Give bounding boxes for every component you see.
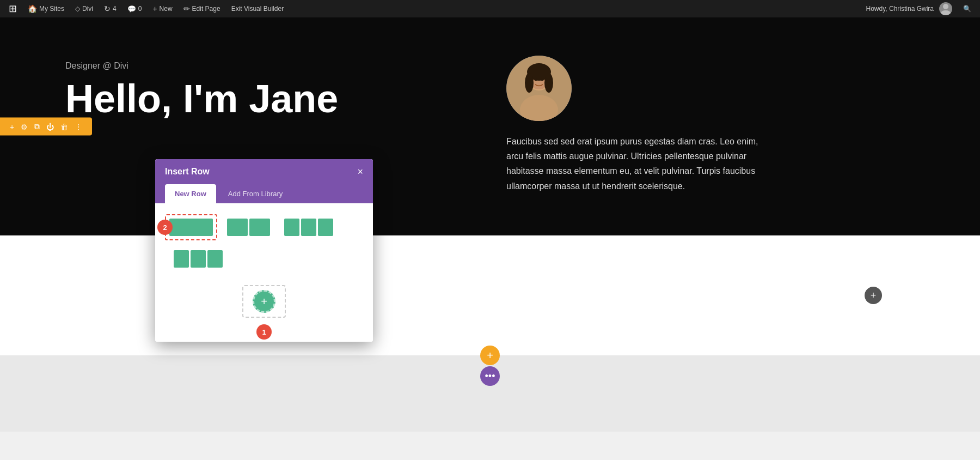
layout-block	[301, 219, 316, 236]
divi-menu[interactable]: ◇ Divi	[71, 0, 97, 17]
add-module-area: +	[242, 285, 286, 318]
svg-point-7	[525, 73, 534, 93]
modal-title: Insert Row	[165, 167, 210, 177]
page-content: + ⚙ ⧉ ⏻ 🗑 ⋮ Designer @ Divi Hello, I'm J…	[0, 17, 980, 432]
svg-point-8	[544, 73, 553, 93]
layout-block	[207, 250, 223, 268]
section-toolbar: + ⚙ ⧉ ⏻ 🗑 ⋮	[0, 118, 92, 136]
svg-point-10	[541, 78, 544, 81]
hero-title: Hello, I'm Jane	[65, 77, 474, 120]
exit-visual-builder[interactable]: Exit Visual Builder	[227, 0, 289, 17]
add-section-button[interactable]: +	[480, 346, 500, 365]
layout-block	[191, 250, 206, 268]
step-2-badge: 2	[157, 220, 173, 235]
step-1-badge: 1	[256, 324, 272, 340]
insert-row-modal: Insert Row × New Row Add From Library	[155, 159, 373, 342]
tab-new-row[interactable]: New Row	[165, 184, 216, 203]
layout-block	[174, 250, 189, 268]
add-module-button[interactable]: +	[253, 290, 275, 313]
hero-section: + ⚙ ⧉ ⏻ 🗑 ⋮ Designer @ Divi Hello, I'm J…	[0, 17, 980, 235]
avatar	[506, 56, 572, 121]
user-greeting[interactable]: Howdy, Christina Gwira	[862, 2, 957, 15]
hero-left: Designer @ Divi Hello, I'm Jane	[65, 50, 474, 120]
my-sites[interactable]: 🏠 My Sites	[23, 0, 69, 17]
modal-header: Insert Row ×	[155, 159, 373, 184]
modal-tabs: New Row Add From Library	[155, 184, 373, 203]
layout-block	[169, 219, 213, 236]
edit-page-link[interactable]: ✏ Edit Page	[179, 0, 225, 17]
white-section: +	[0, 235, 980, 355]
layout-block	[227, 219, 248, 236]
add-icon[interactable]: +	[7, 122, 17, 131]
svg-point-0	[943, 4, 948, 9]
hero-description: Faucibus sed sed erat ipsum purus egesta…	[506, 134, 768, 193]
layout-block	[318, 219, 333, 236]
svg-point-9	[535, 78, 537, 81]
layout-block	[284, 219, 299, 236]
duplicate-icon[interactable]: ⧉	[31, 122, 43, 131]
layout-three-col-v2[interactable]	[169, 246, 227, 272]
more-icon[interactable]: ⋮	[71, 122, 85, 131]
admin-bar-right: Howdy, Christina Gwira 🔍	[862, 2, 976, 15]
modal-body: 2	[155, 203, 373, 342]
comments-count[interactable]: 💬 0	[123, 0, 146, 17]
search-icon[interactable]: 🔍	[959, 5, 976, 13]
wp-logo[interactable]: ⊞	[4, 0, 21, 17]
section-dots-button[interactable]: •••	[480, 366, 500, 386]
hero-subtitle: Designer @ Divi	[65, 61, 474, 71]
layout-one-col[interactable]	[165, 214, 217, 240]
layout-block	[249, 219, 270, 236]
add-row-button[interactable]: +	[865, 287, 882, 304]
layout-two-col[interactable]	[223, 214, 274, 240]
modal-close-button[interactable]: ×	[357, 167, 363, 177]
row-layouts: 2	[165, 214, 363, 272]
layout-three-col[interactable]	[280, 214, 338, 240]
hero-right: Faucibus sed sed erat ipsum purus egesta…	[474, 50, 915, 193]
disable-icon[interactable]: ⏻	[43, 122, 57, 131]
updates-count[interactable]: ↻ 4	[100, 0, 121, 17]
tab-add-from-library[interactable]: Add From Library	[218, 184, 292, 203]
admin-bar: ⊞ 🏠 My Sites ◇ Divi ↻ 4 💬 0 + New ✏ Edit…	[0, 0, 980, 17]
settings-icon[interactable]: ⚙	[17, 122, 31, 131]
delete-icon[interactable]: 🗑	[57, 122, 71, 131]
gray-section: + •••	[0, 355, 980, 432]
new-menu[interactable]: + New	[148, 0, 176, 17]
svg-point-1	[941, 10, 951, 15]
